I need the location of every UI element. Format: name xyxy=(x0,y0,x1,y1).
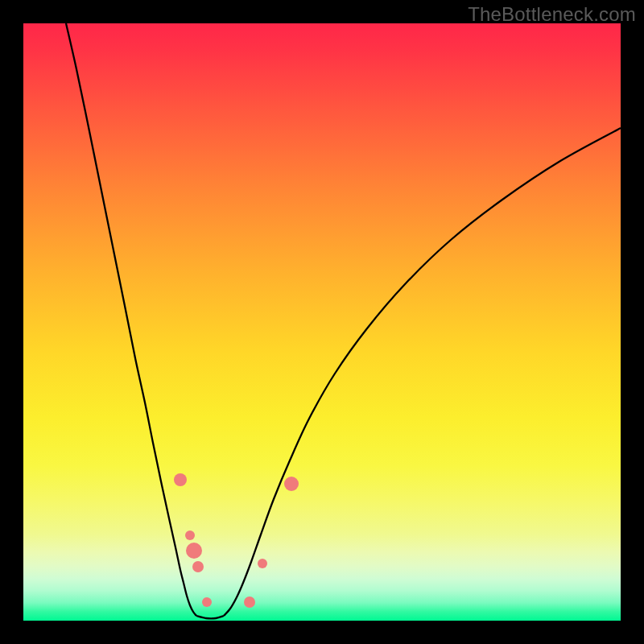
chart-frame: TheBottleneck.com xyxy=(0,0,644,644)
gradient-background xyxy=(23,23,621,621)
watermark-text: TheBottleneck.com xyxy=(468,3,636,26)
